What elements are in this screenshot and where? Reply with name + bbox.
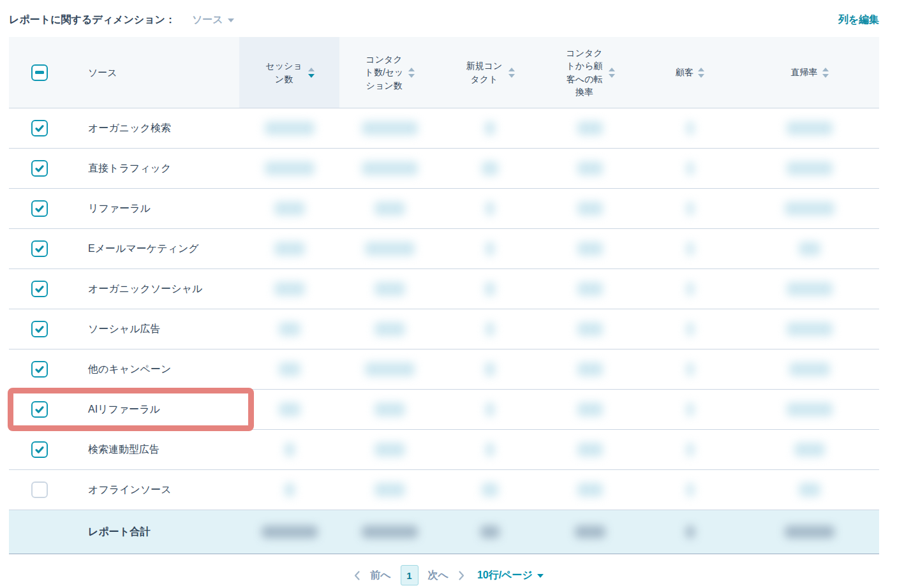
row-checkbox[interactable] [31, 321, 48, 337]
redacted-value [362, 121, 418, 135]
column-header-0: ソース [70, 37, 239, 108]
sort-asc-icon [609, 68, 615, 71]
redacted-value [799, 242, 820, 256]
redacted-value [789, 362, 830, 376]
redacted-total-value [480, 526, 500, 538]
row-select-cell [9, 108, 70, 148]
sort-arrows-icon[interactable] [308, 68, 315, 78]
redacted-value-cell [540, 149, 640, 188]
redacted-value-cell [440, 189, 540, 228]
row-select-cell [9, 189, 70, 228]
sort-arrows-icon[interactable] [508, 68, 515, 78]
redacted-value-cell [740, 189, 879, 228]
redacted-value-cell [440, 229, 540, 268]
redacted-total-value [686, 526, 695, 538]
redacted-value [686, 402, 694, 416]
redacted-value [486, 202, 494, 216]
row-checkbox[interactable] [31, 120, 48, 136]
redacted-value-cell [440, 108, 540, 148]
redacted-value [787, 282, 833, 296]
sort-arrows-icon[interactable] [609, 68, 615, 78]
table-row: リファーラル [9, 189, 879, 229]
row-checkbox[interactable] [31, 441, 48, 458]
sort-asc-icon [508, 68, 515, 71]
redacted-value-cell [239, 189, 339, 228]
redacted-value-cell [339, 430, 440, 469]
redacted-value-cell [540, 430, 640, 469]
rows-per-page-dropdown[interactable]: 10行/ページ [477, 569, 544, 582]
table-row: 検索連動型広告 [9, 430, 879, 470]
table-row: 他のキャンペーン [9, 349, 879, 390]
redacted-value [482, 483, 498, 497]
rows-per-page-value: 10行/ページ [477, 569, 533, 582]
row-checkbox[interactable] [31, 160, 48, 177]
redacted-value [279, 362, 300, 376]
redacted-value [374, 443, 405, 457]
row-select-cell [9, 430, 70, 469]
redacted-value-cell [640, 189, 740, 228]
redacted-value-cell [440, 349, 540, 389]
redacted-value [374, 322, 405, 336]
redacted-value [686, 483, 694, 497]
sort-arrows-icon[interactable] [698, 68, 704, 78]
redacted-value [485, 282, 495, 296]
redacted-value [577, 121, 603, 135]
redacted-value-cell [740, 470, 879, 510]
table-row: ソーシャル広告 [9, 309, 879, 349]
check-icon [34, 284, 45, 294]
current-page-indicator[interactable]: 1 [401, 565, 419, 585]
row-checkbox[interactable] [31, 361, 48, 378]
edit-columns-link[interactable]: 列を編集 [838, 13, 879, 27]
redacted-value-cell [339, 390, 440, 429]
dimension-dropdown[interactable]: ソース [192, 13, 234, 27]
row-checkbox[interactable] [31, 200, 48, 217]
prev-page-button[interactable]: 前へ [370, 569, 390, 582]
redacted-value-cell [239, 430, 339, 469]
source-label: ソーシャル広告 [70, 309, 239, 349]
column-header-3[interactable]: 新規コンタクト [440, 37, 540, 108]
redacted-value-cell [740, 309, 879, 349]
source-label: リファーラル [70, 189, 239, 228]
column-header-label: 新規コンタクト [464, 59, 504, 85]
sort-arrows-icon[interactable] [408, 68, 415, 78]
redacted-value [799, 483, 820, 497]
redacted-value-cell [540, 390, 640, 429]
redacted-value-cell [640, 229, 740, 268]
row-checkbox[interactable] [31, 281, 48, 297]
row-checkbox[interactable] [31, 240, 48, 257]
redacted-value-cell [339, 309, 440, 349]
redacted-total-cell [440, 510, 540, 554]
sort-asc-icon [822, 68, 829, 71]
redacted-value-cell [339, 269, 440, 309]
column-header-2[interactable]: コンタクト数/セッション数 [339, 37, 440, 108]
sort-desc-icon [698, 74, 704, 78]
redacted-value [274, 282, 305, 296]
row-select-cell [9, 229, 70, 268]
column-header-label: 顧客 [676, 66, 693, 78]
row-select-cell [9, 470, 70, 510]
redacted-value [365, 362, 415, 376]
column-header-4[interactable]: コンタクトから顧客への転換率 [540, 37, 640, 108]
redacted-value-cell [440, 430, 540, 469]
column-header-6[interactable]: 直帰率 [740, 37, 879, 108]
redacted-value [785, 202, 834, 216]
redacted-value [274, 242, 305, 256]
select-all-checkbox[interactable] [31, 64, 48, 81]
row-select-cell [9, 390, 70, 429]
redacted-value [787, 161, 833, 175]
redacted-value [787, 322, 833, 336]
source-label: Eメールマーケティング [70, 229, 239, 268]
redacted-value-cell [740, 349, 879, 389]
row-checkbox[interactable] [31, 401, 48, 418]
next-page-button[interactable]: 次へ [428, 569, 448, 582]
redacted-value-cell [339, 189, 440, 228]
column-header-1[interactable]: セッション数 [239, 37, 339, 108]
row-checkbox[interactable] [31, 481, 48, 498]
row-select-cell [9, 149, 70, 188]
redacted-value [794, 443, 825, 457]
redacted-value-cell [540, 108, 640, 148]
next-page-chevron-icon[interactable] [458, 570, 465, 581]
column-header-5[interactable]: 顧客 [640, 37, 740, 108]
sort-arrows-icon[interactable] [822, 68, 829, 78]
prev-page-chevron-icon[interactable] [353, 570, 360, 581]
